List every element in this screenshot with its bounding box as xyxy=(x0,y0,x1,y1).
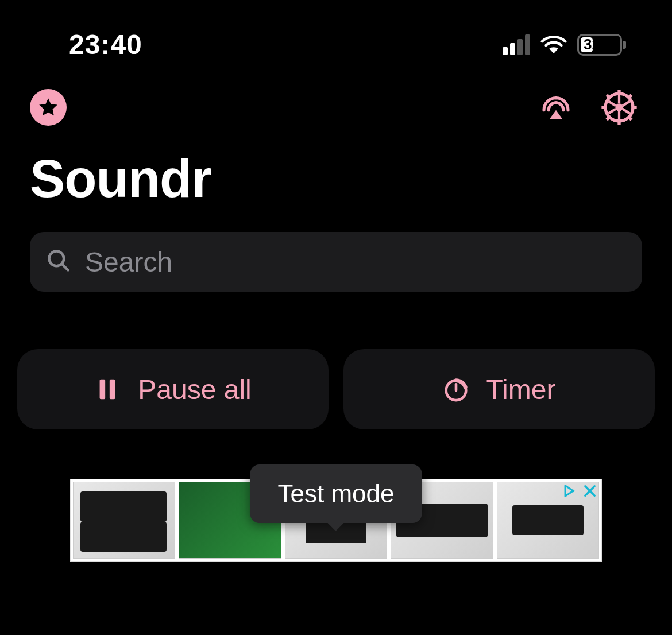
settings-button[interactable] xyxy=(601,89,638,126)
wifi-icon xyxy=(540,33,567,56)
svg-rect-18 xyxy=(100,380,106,400)
timer-button[interactable]: Timer xyxy=(343,349,655,429)
airplay-button[interactable] xyxy=(540,91,572,123)
page-title: Soundr xyxy=(0,131,672,220)
timer-label: Timer xyxy=(486,374,556,405)
top-toolbar xyxy=(0,72,672,131)
svg-point-1 xyxy=(615,103,623,111)
toast-message: Test mode xyxy=(250,464,422,523)
svg-point-22 xyxy=(572,490,575,493)
svg-line-11 xyxy=(623,101,630,106)
airplay-icon xyxy=(540,91,572,123)
svg-line-14 xyxy=(608,109,616,114)
gear-icon xyxy=(601,89,638,126)
timer-icon xyxy=(443,376,469,402)
action-row: Pause all Timer xyxy=(0,292,672,429)
search-bar[interactable] xyxy=(30,232,642,292)
battery-indicator: 32 xyxy=(577,34,626,56)
ad-info-icon[interactable] xyxy=(561,483,577,501)
status-bar: 23:40 32 xyxy=(0,0,672,72)
pause-icon xyxy=(94,376,121,402)
battery-percent: 32 xyxy=(584,36,600,53)
favorites-button[interactable] xyxy=(30,89,67,126)
svg-line-17 xyxy=(62,264,68,270)
svg-line-15 xyxy=(608,101,616,106)
cellular-signal-icon xyxy=(503,34,530,55)
status-time: 23:40 xyxy=(69,29,142,60)
ad-image[interactable] xyxy=(73,482,175,559)
status-indicators: 32 xyxy=(503,33,626,56)
pause-all-label: Pause all xyxy=(138,374,251,405)
close-icon[interactable] xyxy=(582,483,598,501)
svg-rect-19 xyxy=(110,380,115,400)
pause-all-button[interactable]: Pause all xyxy=(17,349,329,429)
search-icon xyxy=(46,248,71,276)
star-icon xyxy=(37,96,59,118)
svg-line-12 xyxy=(623,109,630,114)
search-input[interactable] xyxy=(85,246,626,278)
